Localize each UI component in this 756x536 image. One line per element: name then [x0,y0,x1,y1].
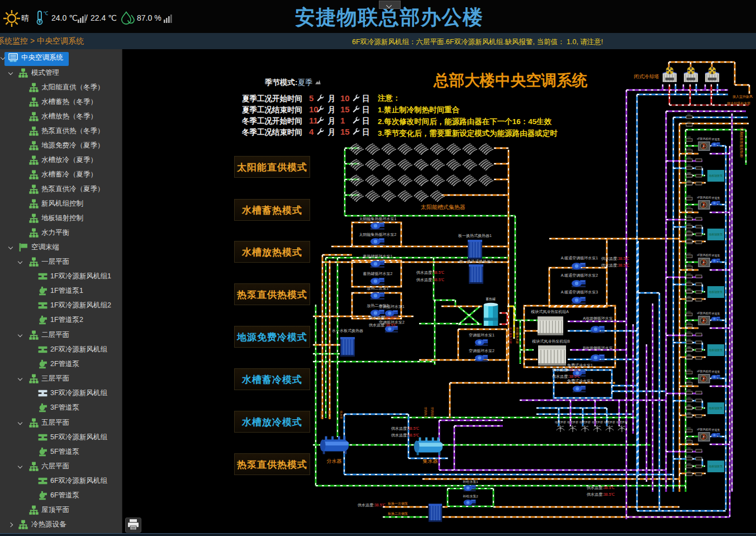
svg-text:℃: ℃ [43,11,48,16]
